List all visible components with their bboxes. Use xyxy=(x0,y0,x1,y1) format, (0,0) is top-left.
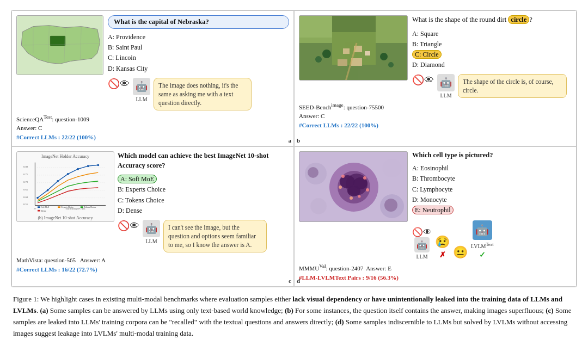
chart-image: ImageNet Holder Accuracy 0.80 0.75 0.70 … xyxy=(16,151,114,222)
panel-label-a: a xyxy=(289,137,292,144)
panel-label-b: b xyxy=(297,137,300,144)
chart-title: ImageNet Holder Accuracy xyxy=(19,154,112,159)
option-c2: C: Circle xyxy=(412,50,572,60)
svg-point-65 xyxy=(310,198,327,214)
svg-rect-43 xyxy=(38,206,40,208)
panel-b-question-box: What is the shape of the round dirt circ… xyxy=(412,15,572,98)
panel-b-caption: SEED-Benchimage: question-75500 Answer: … xyxy=(299,102,572,129)
panel-c-llm-row: 🚫👁 🤖 LLM I can't see the image, but the … xyxy=(118,220,289,252)
svg-point-61 xyxy=(308,167,318,178)
panel-c: ImageNet Holder Accuracy 0.80 0.75 0.70 … xyxy=(11,146,294,287)
option-d2: D: Diamond xyxy=(412,60,572,70)
panel-b-answer: Answer: C xyxy=(299,113,324,119)
svg-point-20 xyxy=(315,56,322,63)
lvlm-robot-icon: 🤖 xyxy=(473,220,492,240)
panel-a-bench-name: ScienceQATest: question-1009 xyxy=(16,116,89,122)
svg-text:0.70: 0.70 xyxy=(23,181,28,183)
option-a1: A: Providence xyxy=(108,32,289,42)
svg-point-19 xyxy=(322,50,331,58)
option-b3: B: Experts Choice xyxy=(118,184,289,195)
panel-d-question: Which cell type is pictured? xyxy=(412,151,572,159)
option-d4: D: Monocyte xyxy=(412,195,572,205)
svg-point-40 xyxy=(77,168,79,170)
panel-d: Which cell type is pictured? A: Eosinoph… xyxy=(294,146,577,287)
svg-rect-11 xyxy=(332,16,376,32)
panel-d-question-box: Which cell type is pictured? A: Eosinoph… xyxy=(412,151,572,260)
svg-text:0.60: 0.60 xyxy=(23,196,28,199)
svg-text:Soft MoE: Soft MoE xyxy=(41,206,49,208)
svg-text:Total Training TPU·days: Total Training TPU·days xyxy=(65,208,85,210)
sad-emoji: 😢 xyxy=(435,235,450,249)
panel-d-correct: #LLM-LVLMText Pairs : 9/16 (56.3%) xyxy=(299,274,399,281)
svg-point-66 xyxy=(341,175,345,178)
eye-slash-icon-d: 🚫👁 xyxy=(412,227,432,237)
svg-rect-12 xyxy=(376,16,408,43)
panel-c-correct: #Correct LLMs : 16/22 (72.7%) xyxy=(16,266,97,273)
svg-text:0.65: 0.65 xyxy=(23,188,28,191)
svg-point-71 xyxy=(358,195,361,198)
panel-c-bench-name: MathVista: question-565 Answer: A xyxy=(16,257,106,263)
caption-b-label: (b) xyxy=(285,306,293,314)
svg-point-41 xyxy=(87,165,89,167)
svg-point-64 xyxy=(384,199,397,212)
llm-label-c: LLM xyxy=(145,238,157,244)
svg-point-21 xyxy=(380,53,388,60)
panel-a-correct: #Correct LLMs : 22/22 (100%) xyxy=(16,134,96,140)
panel-label-c: c xyxy=(289,277,291,284)
panel-d-caption: MMMUVal: question-2407 Answer: E #LLM-LV… xyxy=(299,263,572,282)
cell-photo xyxy=(299,151,408,222)
panel-b-options: A: Square B: Triangle C: Circle D: Diamo… xyxy=(412,29,572,71)
svg-text:0.80: 0.80 xyxy=(23,165,28,168)
panel-c-question: Which model can achieve the best ImageNe… xyxy=(118,151,289,170)
option-a2: A: Square xyxy=(412,29,572,39)
robot-icon-d: 🤖 xyxy=(414,237,430,252)
option-d1: D: Kansas City xyxy=(108,64,289,74)
panel-a-answer: Answer: C xyxy=(16,125,42,131)
soft-moe-highlight: A: Soft MoE xyxy=(118,175,157,183)
option-b1: B: Saint Paul xyxy=(108,42,289,53)
panel-d-options: A: Eosinophil B: Thrombocyte C: Lymphocy… xyxy=(412,163,572,215)
speech-bubble-b: The shape of the circle is, of course, c… xyxy=(458,74,567,98)
svg-point-37 xyxy=(47,189,49,192)
svg-rect-49 xyxy=(38,210,40,212)
svg-point-36 xyxy=(36,197,39,199)
panel-b-correct: #Correct LLMs : 22/22 (100%) xyxy=(299,122,378,128)
option-c4: C: Lymphocyte xyxy=(412,184,572,195)
aerial-photo xyxy=(299,15,408,81)
svg-point-70 xyxy=(350,196,353,200)
caption-text-b: For some instances, the question itself … xyxy=(293,306,546,314)
robot-icon-c: 🤖 xyxy=(143,220,160,237)
svg-rect-17 xyxy=(351,58,362,66)
panel-a-options: A: Providence B: Saint Paul C: Lincoin D… xyxy=(108,32,289,74)
panel-a-question: What is the capital of Nebraska? xyxy=(108,15,289,29)
svg-point-62 xyxy=(382,158,402,178)
llm-label-a: LLM xyxy=(136,96,147,102)
caption-a-label: (a) xyxy=(40,306,48,314)
neutrophil-highlight: E: Neutrophil xyxy=(412,206,454,214)
figure-container: What is the capital of Nebraska? A: Prov… xyxy=(11,10,577,287)
option-b4: B: Thrombocyte xyxy=(412,174,572,184)
svg-rect-10 xyxy=(299,16,332,38)
robot-icon-a: 🤖 xyxy=(133,78,150,95)
option-a4: A: Eosinophil xyxy=(412,163,572,174)
caption-mid1: or xyxy=(362,295,371,303)
caption-c-label: (c) xyxy=(546,306,553,314)
figure-caption: Figure 1: We highlight cases in existing… xyxy=(11,294,577,339)
neutral-emoji: 😐 xyxy=(453,245,468,260)
svg-point-68 xyxy=(339,186,342,189)
svg-text:Dense: Dense xyxy=(41,210,46,212)
panel-a-caption: ScienceQATest: question-1009 Answer: C #… xyxy=(16,114,289,141)
svg-point-67 xyxy=(363,176,366,180)
panel-b: What is the shape of the round dirt circ… xyxy=(294,10,577,146)
circle-highlight: circle xyxy=(508,15,529,24)
speech-bubble-c: I can't see the image, but the question … xyxy=(163,220,267,252)
panel-a-llm-row: 🚫👁 🤖 LLM The image does nothing, it's th… xyxy=(108,78,289,110)
llm-label-b: LLM xyxy=(440,92,451,98)
eye-slash-icon-a: 🚫👁 xyxy=(108,78,130,90)
llm-label-d: LLM xyxy=(416,254,427,260)
svg-point-69 xyxy=(366,188,369,192)
robot-icon-b: 🤖 xyxy=(437,74,455,91)
panel-b-llm-row: 🚫👁 🤖 LLM The shape of the circle is, of … xyxy=(412,74,572,98)
svg-point-39 xyxy=(67,173,69,175)
panel-a-question-box: What is the capital of Nebraska? A: Prov… xyxy=(108,15,289,110)
